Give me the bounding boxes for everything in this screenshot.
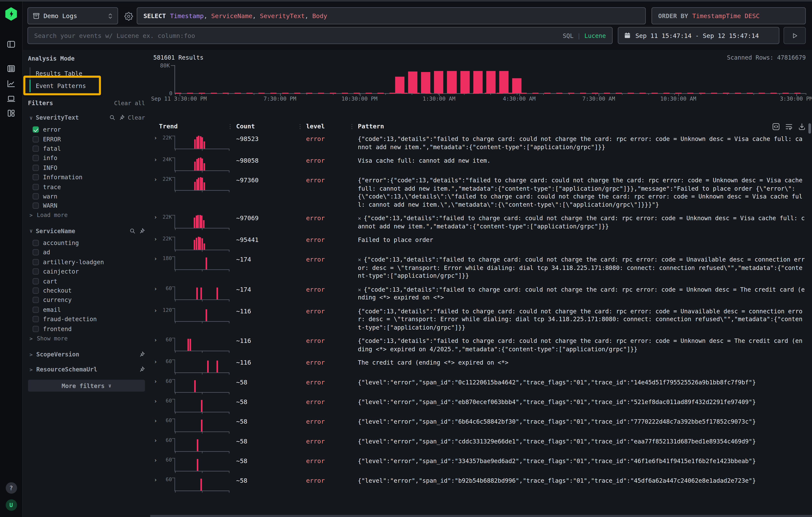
lang-toggle-lucene[interactable]: Lucene bbox=[584, 32, 606, 39]
severity-filter-item[interactable]: ERROR bbox=[23, 134, 150, 144]
service-show-more[interactable]: >Show more bbox=[23, 334, 150, 343]
column-header-level[interactable]: level bbox=[306, 123, 325, 130]
row-expand-chevron[interactable]: › bbox=[150, 418, 158, 425]
row-expand-chevron[interactable]: › bbox=[150, 398, 158, 405]
service-filter-item[interactable]: ad bbox=[23, 248, 150, 257]
checkbox-unchecked[interactable] bbox=[33, 174, 39, 180]
column-drag-handle[interactable]: ⋮ bbox=[297, 123, 306, 130]
pattern-row[interactable]: ›60~58error{"level":"error","span_id":"b… bbox=[150, 474, 812, 494]
service-filter-item[interactable]: cainjector bbox=[23, 267, 150, 277]
lang-toggle-sql[interactable]: SQL bbox=[563, 32, 574, 39]
checkbox-unchecked[interactable] bbox=[33, 136, 39, 142]
help-button[interactable]: ? bbox=[5, 482, 17, 494]
row-expand-chevron[interactable]: › bbox=[150, 378, 158, 385]
service-filter-item[interactable]: accounting bbox=[23, 238, 150, 248]
row-expand-chevron[interactable]: › bbox=[150, 457, 158, 464]
pattern-row[interactable]: ›24K~98058errorVisa cache full: cannot a… bbox=[150, 154, 812, 174]
checkbox-unchecked[interactable] bbox=[33, 278, 39, 284]
pattern-row[interactable]: ›22K~95441errorFailed to place order bbox=[150, 233, 812, 253]
pin-icon[interactable] bbox=[139, 228, 145, 234]
checkbox-unchecked[interactable] bbox=[33, 165, 39, 171]
checkbox-checked[interactable] bbox=[33, 126, 39, 133]
vertical-scrollbar-thumb[interactable] bbox=[808, 123, 811, 134]
group-header-severitytext[interactable]: ∨ SeverityText Clear bbox=[23, 107, 150, 121]
column-drag-handle[interactable]: ⋮ bbox=[227, 123, 236, 130]
pattern-row[interactable]: ›60~58error{"level":"error","span_id":"c… bbox=[150, 435, 812, 454]
row-expand-chevron[interactable]: › bbox=[150, 337, 158, 344]
checkbox-unchecked[interactable] bbox=[33, 184, 39, 190]
row-expand-chevron[interactable]: › bbox=[150, 307, 158, 314]
pattern-row[interactable]: ›60~58error{"level":"error","span_id":"e… bbox=[150, 395, 812, 415]
severity-filter-item[interactable]: INFO bbox=[23, 163, 150, 172]
sql-select-input[interactable]: SELECT Timestamp, ServiceName, SeverityT… bbox=[137, 7, 646, 24]
row-expand-chevron[interactable]: › bbox=[150, 358, 158, 366]
row-expand-chevron[interactable]: › bbox=[150, 255, 158, 263]
pattern-row[interactable]: ›60~58error{"level":"error","span_id":"3… bbox=[150, 454, 812, 474]
order-by-input[interactable]: ORDER BY TimestampTime DESC bbox=[651, 7, 806, 24]
pattern-row[interactable]: ›22K~97069error×{"code":13,"details":"fa… bbox=[150, 211, 812, 233]
search-input[interactable]: Search your events w/ Lucene ex. column:… bbox=[27, 27, 613, 44]
client-sessions-icon[interactable] bbox=[4, 92, 18, 105]
pattern-row[interactable]: ›22K~97360error{"error":{"code":13,"deta… bbox=[150, 174, 812, 211]
checkbox-unchecked[interactable] bbox=[33, 316, 39, 322]
checkbox-unchecked[interactable] bbox=[33, 287, 39, 294]
group-header-scopeversion[interactable]: > ScopeVersion bbox=[23, 343, 150, 358]
download-icon[interactable] bbox=[798, 122, 806, 130]
horizontal-scrollbar[interactable] bbox=[150, 515, 812, 517]
checkbox-unchecked[interactable] bbox=[33, 297, 39, 303]
severity-filter-item[interactable]: Information bbox=[23, 172, 150, 182]
checkbox-unchecked[interactable] bbox=[33, 268, 39, 275]
chart-icon[interactable] bbox=[4, 77, 18, 89]
checkbox-unchecked[interactable] bbox=[33, 146, 39, 152]
service-filter-item[interactable]: cart bbox=[23, 277, 150, 286]
column-header-trend[interactable]: Trend bbox=[159, 123, 178, 130]
severity-filter-item[interactable]: trace bbox=[23, 182, 150, 192]
column-header-count[interactable]: Count bbox=[236, 123, 255, 130]
date-range-picker[interactable]: Sep 11 15:47:14 - Sep 12 15:47:14 bbox=[618, 27, 779, 44]
run-query-button[interactable] bbox=[783, 27, 806, 44]
checkbox-unchecked[interactable] bbox=[33, 193, 39, 199]
service-filter-item[interactable]: checkout bbox=[23, 286, 150, 295]
service-filter-item[interactable]: email bbox=[23, 305, 150, 315]
checkbox-unchecked[interactable] bbox=[33, 307, 39, 313]
row-expand-chevron[interactable]: › bbox=[150, 437, 158, 444]
hyperdx-logo-icon[interactable] bbox=[4, 7, 18, 21]
search-icon[interactable] bbox=[129, 228, 136, 234]
sidebar-toggle-icon[interactable] bbox=[4, 38, 18, 50]
wrap-text-icon[interactable] bbox=[785, 122, 793, 130]
checkbox-unchecked[interactable] bbox=[33, 155, 39, 161]
data-source-select[interactable]: Demo Logs bbox=[27, 7, 118, 24]
pattern-row[interactable]: ›60~116error{"code":13,"details":"failed… bbox=[150, 334, 812, 356]
source-settings-gear-icon[interactable] bbox=[123, 11, 134, 21]
pin-icon[interactable] bbox=[139, 351, 145, 357]
severity-filter-item[interactable]: warn bbox=[23, 192, 150, 201]
pattern-row[interactable]: ›180~174error×{"code":13,"details":"fail… bbox=[150, 253, 812, 283]
service-filter-item[interactable]: currency bbox=[23, 295, 150, 305]
severity-filter-item[interactable]: fatal bbox=[23, 144, 150, 153]
row-expand-chevron[interactable]: › bbox=[150, 156, 158, 164]
group-clear-link[interactable]: Clear bbox=[128, 114, 145, 121]
checkbox-unchecked[interactable] bbox=[33, 259, 39, 265]
service-filter-item[interactable]: fraud-detection bbox=[23, 315, 150, 324]
checkbox-unchecked[interactable] bbox=[33, 240, 39, 246]
row-expand-chevron[interactable]: › bbox=[150, 135, 158, 142]
pattern-row[interactable]: ›60~174error×{"code":13,"details":"faile… bbox=[150, 283, 812, 304]
search-logs-icon[interactable] bbox=[4, 62, 18, 75]
pattern-row[interactable]: ›60~58error{"level":"error","span_id":"0… bbox=[150, 376, 812, 395]
search-icon[interactable] bbox=[109, 114, 115, 121]
row-expand-chevron[interactable]: › bbox=[150, 236, 158, 243]
user-avatar[interactable]: U bbox=[5, 499, 17, 511]
pattern-row[interactable]: ›60~116errorThe credit card (ending <*> … bbox=[150, 356, 812, 375]
service-filter-item[interactable]: artillery-loadgen bbox=[23, 257, 150, 267]
more-filters-button[interactable]: More filters∨ bbox=[28, 380, 145, 392]
code-icon[interactable] bbox=[772, 122, 780, 130]
pattern-row[interactable]: ›120~116error{"code":13,"details":"faile… bbox=[150, 305, 812, 334]
checkbox-unchecked[interactable] bbox=[33, 325, 39, 332]
severity-load-more[interactable]: >Load more bbox=[23, 210, 150, 220]
service-filter-item[interactable]: frontend bbox=[23, 324, 150, 334]
row-expand-chevron[interactable]: › bbox=[150, 176, 158, 183]
row-expand-chevron[interactable]: › bbox=[150, 477, 158, 484]
group-header-servicename[interactable]: ∨ ServiceName bbox=[23, 220, 150, 234]
severity-filter-item[interactable]: info bbox=[23, 153, 150, 163]
row-expand-chevron[interactable]: › bbox=[150, 214, 158, 221]
